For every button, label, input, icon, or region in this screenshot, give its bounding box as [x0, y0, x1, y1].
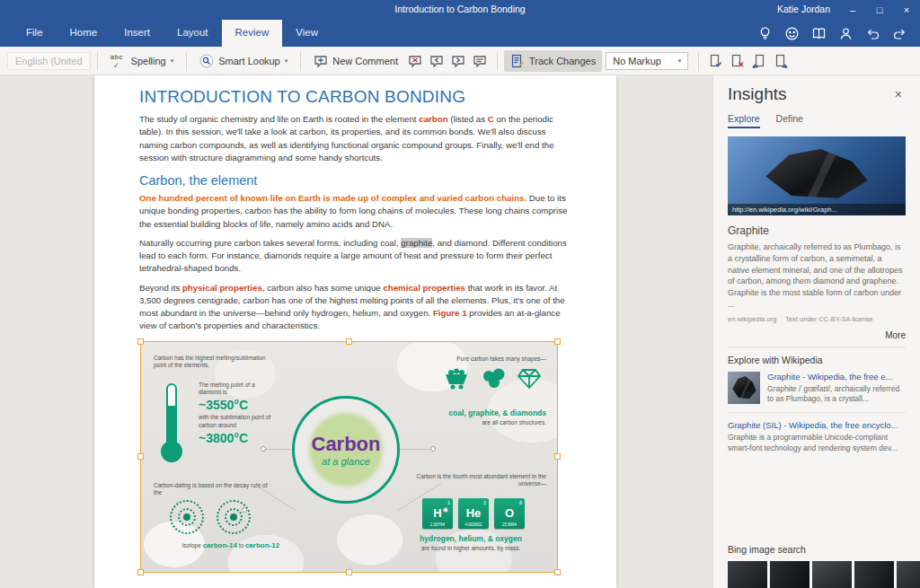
- track-changes-button[interactable]: Track Changes: [504, 50, 602, 72]
- accept-change-button[interactable]: [705, 50, 727, 72]
- minimize-button[interactable]: –: [839, 0, 866, 20]
- melting-note: Carbon has the highest melting/sublimati…: [154, 355, 267, 371]
- proofing-language-button[interactable]: English (United: [7, 52, 91, 70]
- card-source-link[interactable]: en.wikipedia.org: [728, 315, 776, 323]
- show-comments-button[interactable]: [469, 50, 491, 72]
- bing-image-section: Bing image search: [728, 544, 906, 588]
- selection-handle[interactable]: [346, 338, 352, 345]
- redo-icon[interactable]: [892, 26, 907, 41]
- next-comment-button[interactable]: [447, 50, 469, 72]
- tab-define[interactable]: Define: [776, 113, 803, 128]
- close-button[interactable]: ×: [893, 0, 920, 20]
- wiki-result-1[interactable]: Graphite - Wikipedia, the free e... Grap…: [728, 372, 906, 406]
- smart-lookup-label: Smart Lookup: [218, 56, 279, 66]
- spelling-button[interactable]: abc✓ Spelling ▾: [104, 50, 181, 72]
- isotope-labels: isotope carbon-14 to carbon-12: [150, 541, 312, 549]
- isotope-diagrams: [170, 500, 251, 534]
- tab-insert[interactable]: Insert: [111, 20, 164, 47]
- atomic-number: 1: [447, 500, 450, 505]
- lightbulb-icon[interactable]: [757, 26, 773, 41]
- previous-comment-button[interactable]: [426, 50, 447, 72]
- chevron-down-icon: ▾: [678, 57, 682, 65]
- atomic-number: 8: [519, 500, 522, 505]
- carbon-shapes-icons: [442, 367, 543, 391]
- reject-change-icon: [730, 54, 745, 68]
- selection-handle[interactable]: [137, 338, 144, 345]
- wiki-result-2[interactable]: Graphite (SIL) - Wikipedia, the free enc…: [728, 420, 906, 454]
- selection-handle[interactable]: [346, 569, 352, 575]
- document-page[interactable]: INTRODUCTION TO CARBON BONDING The study…: [94, 75, 616, 588]
- tab-layout[interactable]: Layout: [164, 20, 222, 47]
- graphite-hero-image[interactable]: http://en.wikipedia.org/wiki/Graph...: [728, 136, 906, 215]
- shapes-sub-label: are all carbon structures.: [402, 419, 546, 427]
- carbon-center-badge: Carbon at a glance: [292, 396, 400, 504]
- selection-handle[interactable]: [554, 569, 561, 575]
- wikipedia-section-header: Explore with Wikipedia: [728, 355, 906, 365]
- bing-image-thumbnail[interactable]: [897, 561, 920, 588]
- titlebar-quick-icons: [757, 20, 920, 47]
- tab-file[interactable]: File: [13, 20, 57, 47]
- markup-dropdown[interactable]: No Markup ▾: [606, 52, 688, 70]
- new-comment-button[interactable]: New Comment: [307, 50, 404, 72]
- ribbon-tab-row: File Home Insert Layout Review View: [0, 20, 920, 47]
- next-change-button[interactable]: [770, 50, 792, 72]
- melt-line-1: The melting point of a diamond is: [199, 382, 276, 398]
- rock-thumb-image: [730, 373, 757, 400]
- smart-lookup-button[interactable]: Smart Lookup ▾: [193, 50, 294, 72]
- card-attribution: en.wikipedia.org Text under CC-BY-SA lic…: [728, 315, 906, 323]
- undo-icon[interactable]: [865, 26, 880, 41]
- divider: [728, 347, 906, 347]
- atomic-mass: 4.002602: [458, 522, 489, 527]
- sublimation-temperature: ~3800°C: [199, 431, 285, 445]
- smart-lookup-icon: [199, 54, 214, 68]
- bing-image-thumbnail[interactable]: [812, 561, 852, 588]
- close-icon[interactable]: ×: [891, 85, 906, 103]
- selection-handle[interactable]: [554, 453, 561, 460]
- tab-view[interactable]: View: [282, 20, 332, 47]
- insights-pane: Insights × Explore Define http://en.wiki…: [712, 75, 920, 588]
- thermometer-icon: [166, 383, 177, 470]
- graphite-rock-image: [756, 145, 874, 203]
- bing-image-thumbnail[interactable]: [854, 561, 894, 588]
- tab-explore[interactable]: Explore: [728, 113, 760, 128]
- account-name[interactable]: Katie Jordan: [777, 4, 830, 14]
- result-snippet: Graphite is a programmable Unicode-compl…: [728, 433, 906, 454]
- smiley-icon[interactable]: [784, 26, 800, 41]
- doc-paragraph-3: Naturally occurring pure carbon takes se…: [139, 237, 571, 276]
- tab-review[interactable]: Review: [222, 20, 283, 47]
- connector-dot: [443, 507, 448, 513]
- read-mode-book-icon[interactable]: [811, 26, 827, 41]
- carbon-12-diagram: [217, 500, 251, 534]
- highlighted-word-graphite[interactable]: graphite: [401, 238, 432, 248]
- coal-cart-icon: [442, 367, 473, 391]
- bing-image-thumbnail[interactable]: [728, 561, 767, 588]
- result-title-link[interactable]: Graphite (SIL) - Wikipedia, the free enc…: [728, 420, 906, 430]
- previous-change-button[interactable]: [748, 50, 770, 72]
- element-cell-oxygen: 8 O 15.9994: [494, 498, 525, 529]
- more-link[interactable]: More: [728, 330, 906, 340]
- separator: [186, 51, 187, 71]
- result-title-link[interactable]: Graphite - Wikipedia, the free e...: [767, 372, 906, 382]
- selection-handle[interactable]: [137, 569, 144, 575]
- text-run: , carbon also has some unique: [262, 283, 384, 293]
- carbon-infographic-figure[interactable]: Carbon has the highest melting/sublimati…: [140, 341, 558, 573]
- bing-image-thumbnail[interactable]: [770, 561, 809, 588]
- reject-change-button[interactable]: [727, 50, 748, 72]
- shapes-note: Pure carbon takes many shapes—: [411, 355, 546, 364]
- graphite-cluster-icon: [481, 367, 508, 391]
- person-icon[interactable]: [838, 26, 854, 41]
- ribbon-command-bar: English (United abc✓ Spelling ▾ Smart Lo…: [0, 47, 920, 75]
- delete-comment-icon: [408, 54, 422, 68]
- selection-handle[interactable]: [137, 453, 144, 460]
- bing-image-strip: [728, 561, 906, 588]
- window-title: Introduction to Carbon Bonding: [394, 4, 525, 14]
- chevron-down-icon: ▾: [285, 57, 288, 65]
- delete-comment-button[interactable]: [404, 50, 426, 72]
- tab-home[interactable]: Home: [57, 20, 111, 47]
- at-a-glance-subtitle: at a glance: [322, 456, 370, 467]
- selection-handle[interactable]: [554, 338, 561, 345]
- next-comment-icon: [451, 54, 465, 68]
- element-symbol: H: [422, 506, 453, 520]
- maximize-button[interactable]: □: [866, 0, 893, 20]
- result-body: Graphite (SIL) - Wikipedia, the free enc…: [728, 420, 906, 454]
